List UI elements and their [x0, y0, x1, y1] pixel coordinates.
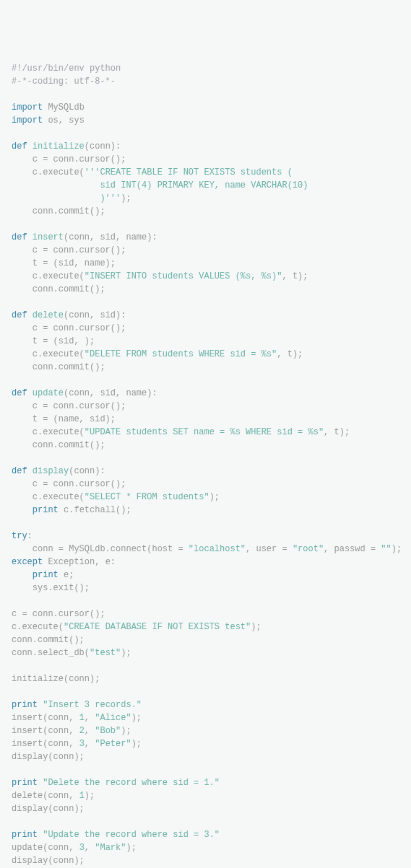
- code-line: [12, 374, 399, 387]
- code-line: c.execute("DELETE FROM students WHERE si…: [12, 348, 399, 361]
- token-id: :: [27, 531, 33, 541]
- code-line: print "Update the record where sid = 3.": [12, 828, 399, 841]
- token-kw: print: [12, 700, 38, 710]
- code-line: insert(conn, 2, "Bob");: [12, 724, 399, 737]
- token-id: conn.select_db(: [12, 648, 90, 658]
- code-line: print e;: [12, 569, 399, 582]
- token-id: ,: [85, 739, 95, 749]
- code-line: t = (name, sid);: [12, 413, 399, 426]
- token-id: c.execute(: [12, 349, 85, 359]
- token-id: initialize(conn);: [12, 674, 100, 684]
- code-line: initialize(conn);: [12, 672, 399, 685]
- code-line: #!/usr/bin/env python: [12, 62, 399, 75]
- token-id: (conn):: [85, 141, 121, 152]
- token-str: "Mark": [95, 843, 126, 853]
- code-line: def insert(conn, sid, name):: [12, 231, 399, 244]
- token-id: update(conn,: [12, 843, 79, 853]
- token-kw: def: [12, 141, 27, 152]
- token-id: conn.commit();: [12, 362, 105, 372]
- code-line: [12, 659, 399, 672]
- token-id: MySQLdb: [43, 102, 85, 113]
- code-line: t = (sid, );: [12, 335, 399, 348]
- token-str: )''': [12, 193, 121, 203]
- token-id: );: [85, 791, 95, 801]
- token-id: , t);: [277, 349, 303, 359]
- code-line: update(conn, 3, "Mark");: [12, 841, 399, 854]
- code-line: [12, 517, 399, 530]
- token-str: "SELECT * FROM students": [85, 492, 209, 502]
- code-line: conn = MySQLdb.connect(host = "localhost…: [12, 543, 399, 556]
- token-id: delete(conn,: [12, 791, 79, 801]
- token-id: [12, 505, 33, 515]
- code-line: c.execute('''CREATE TABLE IF NOT EXISTS …: [12, 166, 399, 179]
- token-id: insert(conn,: [12, 739, 79, 749]
- token-kw: import: [12, 115, 43, 126]
- token-id: [27, 310, 33, 320]
- token-id: );: [391, 544, 402, 554]
- token-id: , t);: [324, 427, 350, 437]
- token-fn: insert: [33, 232, 64, 242]
- code-line: insert(conn, 1, "Alice");: [12, 711, 399, 724]
- code-line: c = conn.cursor();: [12, 608, 399, 621]
- code-line: conn.commit();: [12, 634, 399, 646]
- token-id: ,: [85, 843, 95, 853]
- token-id: insert(conn,: [12, 726, 79, 736]
- token-kw: except: [12, 557, 43, 567]
- token-kw: try: [12, 531, 27, 541]
- token-id: display(conn);: [12, 752, 85, 762]
- token-str: "test": [90, 648, 121, 658]
- code-line: [12, 815, 399, 828]
- token-id: [12, 570, 33, 580]
- code-line: c.execute("CREATE DATABASE IF NOT EXISTS…: [12, 621, 399, 634]
- token-id: c.execute(: [12, 167, 85, 177]
- token-str: "DELETE FROM students WHERE sid = %s": [85, 349, 277, 359]
- token-id: );: [131, 713, 142, 723]
- token-fn: initialize: [33, 141, 85, 152]
- token-id: insert(conn,: [12, 713, 79, 723]
- code-line: display(conn);: [12, 750, 399, 763]
- token-id: c.execute(: [12, 622, 64, 632]
- code-line: c = conn.cursor();: [12, 244, 399, 257]
- code-line: )''');: [12, 192, 399, 205]
- token-id: (conn, sid):: [64, 310, 126, 320]
- token-id: conn.commit();: [12, 206, 105, 216]
- code-line: conn.commit();: [12, 439, 399, 452]
- code-line: import MySQLdb: [12, 101, 399, 114]
- token-str: "": [381, 544, 391, 554]
- token-str: "root": [293, 544, 324, 554]
- token-id: (conn, sid, name):: [64, 232, 157, 242]
- token-str: "UPDATE students SET name = %s WHERE sid…: [85, 427, 324, 437]
- token-id: conn.commit();: [12, 284, 105, 294]
- token-id: t = (sid, );: [12, 336, 95, 346]
- token-id: e;: [59, 570, 74, 580]
- token-str: "Alice": [95, 713, 131, 723]
- token-str: "INSERT INTO students VALUES (%s, %s)": [85, 271, 282, 281]
- token-num: 2: [79, 726, 85, 736]
- token-kw: def: [12, 310, 27, 320]
- token-id: , passwd =: [324, 544, 381, 554]
- token-id: );: [121, 193, 131, 203]
- token-fn: delete: [33, 310, 64, 320]
- token-str: "Delete the record where sid = 1.": [43, 778, 220, 788]
- token-str: sid INT(4) PRIMARY KEY, name VARCHAR(10): [12, 180, 308, 190]
- token-str: '''CREATE TABLE IF NOT EXISTS students (: [85, 167, 293, 177]
- token-num: 3: [79, 739, 85, 749]
- token-id: c = conn.cursor();: [12, 323, 126, 333]
- code-line: [12, 763, 399, 776]
- token-fn: display: [33, 466, 69, 476]
- token-id: display(conn);: [12, 856, 85, 866]
- code-line: c.execute("SELECT * FROM students");: [12, 491, 399, 504]
- token-id: [27, 232, 33, 242]
- code-line: conn.commit();: [12, 205, 399, 218]
- token-id: t = (name, sid);: [12, 414, 116, 424]
- token-str: "Update the record where sid = 3.": [43, 830, 220, 840]
- token-kw: def: [12, 232, 27, 242]
- code-line: c.execute("UPDATE students SET name = %s…: [12, 426, 399, 439]
- code-line: try:: [12, 530, 399, 543]
- token-fn: update: [33, 388, 64, 398]
- token-kw: print: [33, 505, 59, 515]
- token-id: );: [121, 648, 131, 658]
- token-id: display(conn);: [12, 804, 85, 814]
- code-line: [12, 127, 399, 140]
- code-line: except Exception, e:: [12, 556, 399, 569]
